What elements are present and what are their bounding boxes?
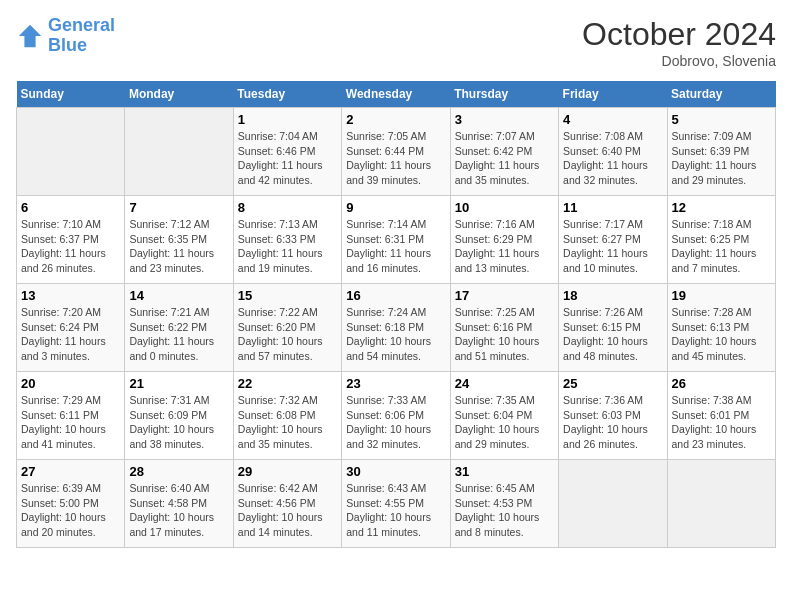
month-title: October 2024 bbox=[582, 16, 776, 53]
calendar-cell: 21Sunrise: 7:31 AM Sunset: 6:09 PM Dayli… bbox=[125, 372, 233, 460]
day-info: Sunrise: 7:35 AM Sunset: 6:04 PM Dayligh… bbox=[455, 393, 554, 452]
day-number: 16 bbox=[346, 288, 445, 303]
day-number: 17 bbox=[455, 288, 554, 303]
calendar-cell: 14Sunrise: 7:21 AM Sunset: 6:22 PM Dayli… bbox=[125, 284, 233, 372]
calendar-week-row: 6Sunrise: 7:10 AM Sunset: 6:37 PM Daylig… bbox=[17, 196, 776, 284]
calendar-week-row: 20Sunrise: 7:29 AM Sunset: 6:11 PM Dayli… bbox=[17, 372, 776, 460]
logo-icon bbox=[16, 22, 44, 50]
calendar-cell: 18Sunrise: 7:26 AM Sunset: 6:15 PM Dayli… bbox=[559, 284, 667, 372]
calendar-cell: 26Sunrise: 7:38 AM Sunset: 6:01 PM Dayli… bbox=[667, 372, 775, 460]
day-info: Sunrise: 7:22 AM Sunset: 6:20 PM Dayligh… bbox=[238, 305, 337, 364]
calendar-cell: 22Sunrise: 7:32 AM Sunset: 6:08 PM Dayli… bbox=[233, 372, 341, 460]
calendar-cell: 1Sunrise: 7:04 AM Sunset: 6:46 PM Daylig… bbox=[233, 108, 341, 196]
calendar-cell: 24Sunrise: 7:35 AM Sunset: 6:04 PM Dayli… bbox=[450, 372, 558, 460]
weekday-row: SundayMondayTuesdayWednesdayThursdayFrid… bbox=[17, 81, 776, 108]
day-number: 4 bbox=[563, 112, 662, 127]
calendar-cell: 13Sunrise: 7:20 AM Sunset: 6:24 PM Dayli… bbox=[17, 284, 125, 372]
day-info: Sunrise: 7:12 AM Sunset: 6:35 PM Dayligh… bbox=[129, 217, 228, 276]
calendar-cell: 27Sunrise: 6:39 AM Sunset: 5:00 PM Dayli… bbox=[17, 460, 125, 548]
day-info: Sunrise: 7:17 AM Sunset: 6:27 PM Dayligh… bbox=[563, 217, 662, 276]
calendar-cell: 9Sunrise: 7:14 AM Sunset: 6:31 PM Daylig… bbox=[342, 196, 450, 284]
calendar-cell: 5Sunrise: 7:09 AM Sunset: 6:39 PM Daylig… bbox=[667, 108, 775, 196]
day-info: Sunrise: 7:20 AM Sunset: 6:24 PM Dayligh… bbox=[21, 305, 120, 364]
day-number: 6 bbox=[21, 200, 120, 215]
calendar-cell: 4Sunrise: 7:08 AM Sunset: 6:40 PM Daylig… bbox=[559, 108, 667, 196]
calendar-cell: 25Sunrise: 7:36 AM Sunset: 6:03 PM Dayli… bbox=[559, 372, 667, 460]
day-info: Sunrise: 7:08 AM Sunset: 6:40 PM Dayligh… bbox=[563, 129, 662, 188]
day-info: Sunrise: 7:14 AM Sunset: 6:31 PM Dayligh… bbox=[346, 217, 445, 276]
day-number: 3 bbox=[455, 112, 554, 127]
day-number: 24 bbox=[455, 376, 554, 391]
calendar-cell: 28Sunrise: 6:40 AM Sunset: 4:58 PM Dayli… bbox=[125, 460, 233, 548]
day-info: Sunrise: 7:32 AM Sunset: 6:08 PM Dayligh… bbox=[238, 393, 337, 452]
day-number: 22 bbox=[238, 376, 337, 391]
day-info: Sunrise: 6:43 AM Sunset: 4:55 PM Dayligh… bbox=[346, 481, 445, 540]
day-info: Sunrise: 6:39 AM Sunset: 5:00 PM Dayligh… bbox=[21, 481, 120, 540]
calendar-cell: 30Sunrise: 6:43 AM Sunset: 4:55 PM Dayli… bbox=[342, 460, 450, 548]
weekday-header: Friday bbox=[559, 81, 667, 108]
calendar-cell: 16Sunrise: 7:24 AM Sunset: 6:18 PM Dayli… bbox=[342, 284, 450, 372]
weekday-header: Tuesday bbox=[233, 81, 341, 108]
day-number: 8 bbox=[238, 200, 337, 215]
weekday-header: Sunday bbox=[17, 81, 125, 108]
calendar-cell bbox=[559, 460, 667, 548]
calendar-cell bbox=[125, 108, 233, 196]
calendar-cell: 17Sunrise: 7:25 AM Sunset: 6:16 PM Dayli… bbox=[450, 284, 558, 372]
day-number: 5 bbox=[672, 112, 771, 127]
day-number: 25 bbox=[563, 376, 662, 391]
calendar-cell: 20Sunrise: 7:29 AM Sunset: 6:11 PM Dayli… bbox=[17, 372, 125, 460]
day-info: Sunrise: 6:42 AM Sunset: 4:56 PM Dayligh… bbox=[238, 481, 337, 540]
day-number: 1 bbox=[238, 112, 337, 127]
location: Dobrovo, Slovenia bbox=[582, 53, 776, 69]
day-number: 27 bbox=[21, 464, 120, 479]
day-info: Sunrise: 7:04 AM Sunset: 6:46 PM Dayligh… bbox=[238, 129, 337, 188]
calendar-cell: 29Sunrise: 6:42 AM Sunset: 4:56 PM Dayli… bbox=[233, 460, 341, 548]
day-number: 30 bbox=[346, 464, 445, 479]
calendar-cell: 11Sunrise: 7:17 AM Sunset: 6:27 PM Dayli… bbox=[559, 196, 667, 284]
calendar-cell: 3Sunrise: 7:07 AM Sunset: 6:42 PM Daylig… bbox=[450, 108, 558, 196]
day-info: Sunrise: 6:40 AM Sunset: 4:58 PM Dayligh… bbox=[129, 481, 228, 540]
day-info: Sunrise: 7:38 AM Sunset: 6:01 PM Dayligh… bbox=[672, 393, 771, 452]
svg-marker-0 bbox=[19, 25, 41, 47]
day-info: Sunrise: 7:25 AM Sunset: 6:16 PM Dayligh… bbox=[455, 305, 554, 364]
calendar-week-row: 13Sunrise: 7:20 AM Sunset: 6:24 PM Dayli… bbox=[17, 284, 776, 372]
calendar-cell: 23Sunrise: 7:33 AM Sunset: 6:06 PM Dayli… bbox=[342, 372, 450, 460]
day-number: 26 bbox=[672, 376, 771, 391]
day-number: 20 bbox=[21, 376, 120, 391]
day-number: 11 bbox=[563, 200, 662, 215]
day-number: 2 bbox=[346, 112, 445, 127]
calendar-cell: 12Sunrise: 7:18 AM Sunset: 6:25 PM Dayli… bbox=[667, 196, 775, 284]
calendar-week-row: 27Sunrise: 6:39 AM Sunset: 5:00 PM Dayli… bbox=[17, 460, 776, 548]
logo: General Blue bbox=[16, 16, 115, 56]
calendar-table: SundayMondayTuesdayWednesdayThursdayFrid… bbox=[16, 81, 776, 548]
day-info: Sunrise: 7:28 AM Sunset: 6:13 PM Dayligh… bbox=[672, 305, 771, 364]
day-info: Sunrise: 7:13 AM Sunset: 6:33 PM Dayligh… bbox=[238, 217, 337, 276]
page-header: General Blue October 2024 Dobrovo, Slove… bbox=[16, 16, 776, 69]
day-number: 9 bbox=[346, 200, 445, 215]
day-number: 14 bbox=[129, 288, 228, 303]
calendar-cell: 2Sunrise: 7:05 AM Sunset: 6:44 PM Daylig… bbox=[342, 108, 450, 196]
day-info: Sunrise: 7:05 AM Sunset: 6:44 PM Dayligh… bbox=[346, 129, 445, 188]
day-info: Sunrise: 7:33 AM Sunset: 6:06 PM Dayligh… bbox=[346, 393, 445, 452]
calendar-cell bbox=[667, 460, 775, 548]
logo-text: General Blue bbox=[48, 16, 115, 56]
weekday-header: Monday bbox=[125, 81, 233, 108]
day-info: Sunrise: 7:36 AM Sunset: 6:03 PM Dayligh… bbox=[563, 393, 662, 452]
calendar-cell: 19Sunrise: 7:28 AM Sunset: 6:13 PM Dayli… bbox=[667, 284, 775, 372]
day-number: 21 bbox=[129, 376, 228, 391]
day-number: 19 bbox=[672, 288, 771, 303]
calendar-cell bbox=[17, 108, 125, 196]
calendar-header: SundayMondayTuesdayWednesdayThursdayFrid… bbox=[17, 81, 776, 108]
day-info: Sunrise: 6:45 AM Sunset: 4:53 PM Dayligh… bbox=[455, 481, 554, 540]
weekday-header: Wednesday bbox=[342, 81, 450, 108]
calendar-week-row: 1Sunrise: 7:04 AM Sunset: 6:46 PM Daylig… bbox=[17, 108, 776, 196]
day-info: Sunrise: 7:10 AM Sunset: 6:37 PM Dayligh… bbox=[21, 217, 120, 276]
day-info: Sunrise: 7:26 AM Sunset: 6:15 PM Dayligh… bbox=[563, 305, 662, 364]
calendar-cell: 15Sunrise: 7:22 AM Sunset: 6:20 PM Dayli… bbox=[233, 284, 341, 372]
title-block: October 2024 Dobrovo, Slovenia bbox=[582, 16, 776, 69]
day-info: Sunrise: 7:09 AM Sunset: 6:39 PM Dayligh… bbox=[672, 129, 771, 188]
day-number: 7 bbox=[129, 200, 228, 215]
calendar-body: 1Sunrise: 7:04 AM Sunset: 6:46 PM Daylig… bbox=[17, 108, 776, 548]
weekday-header: Thursday bbox=[450, 81, 558, 108]
day-number: 18 bbox=[563, 288, 662, 303]
